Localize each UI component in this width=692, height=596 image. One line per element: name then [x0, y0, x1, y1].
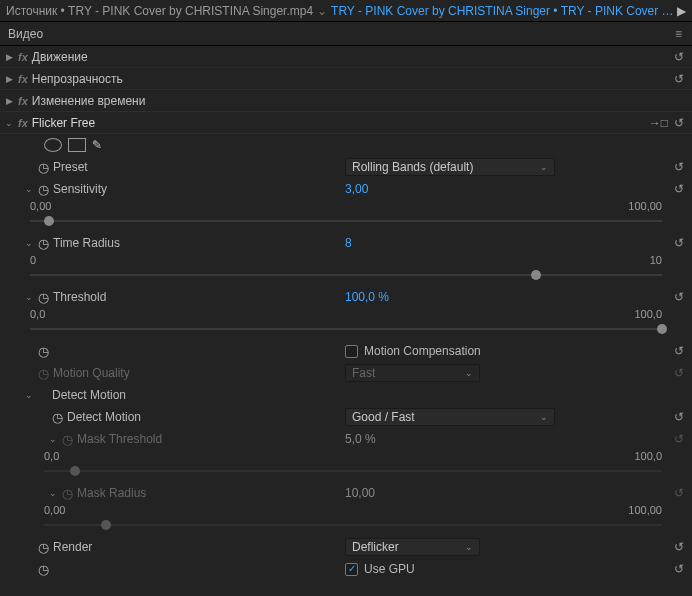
twisty-icon[interactable]: ⌄ [24, 238, 34, 248]
param-row-use-gpu: ◷ Use GPU ↺ [0, 558, 692, 580]
mask-pen-icon[interactable]: ✎ [92, 138, 102, 152]
dropdown-value: Deflicker [352, 540, 399, 554]
param-row-threshold: ⌄ ◷ Threshold 100,0 % ↺ [0, 286, 692, 308]
fx-badge-icon[interactable]: fx [18, 117, 28, 129]
twisty-icon[interactable]: ▶ [4, 96, 14, 106]
panel-menu-icon[interactable]: ≡ [675, 27, 682, 41]
param-value: 10,00 [345, 486, 375, 500]
preset-dropdown[interactable]: Rolling Bands (default) ⌄ [345, 158, 555, 176]
reset-icon[interactable]: ↺ [674, 160, 684, 174]
effect-row-opacity[interactable]: ▶ fx Непрозрачность ↺ [0, 68, 692, 90]
checkbox-label: Motion Compensation [364, 344, 481, 358]
effect-row-flicker-free[interactable]: ⌄ fx Flicker Free →□ ↺ [0, 112, 692, 134]
stopwatch-icon[interactable]: ◷ [38, 182, 49, 197]
chevron-down-icon: ⌄ [540, 162, 548, 172]
time-radius-slider[interactable] [30, 268, 662, 282]
param-row-motion-quality: ◷ Motion Quality Fast ⌄ ↺ [0, 362, 692, 384]
twisty-icon[interactable]: ⌄ [24, 184, 34, 194]
param-row-mask-threshold: ⌄ ◷ Mask Threshold 5,0 % ↺ [0, 428, 692, 450]
param-value[interactable]: 100,0 % [345, 290, 389, 304]
slider-range-labels: 0,00100,00 [0, 504, 692, 518]
reset-icon[interactable]: ↺ [674, 410, 684, 424]
reset-icon: ↺ [674, 366, 684, 380]
param-row-mask-radius: ⌄ ◷ Mask Radius 10,00 ↺ [0, 482, 692, 504]
fx-badge-icon[interactable]: fx [18, 51, 28, 63]
stopwatch-icon[interactable]: ◷ [38, 344, 49, 359]
dropdown-value: Good / Fast [352, 410, 415, 424]
reset-icon[interactable]: ↺ [674, 182, 684, 196]
param-label: Time Radius [53, 236, 120, 250]
slider-range-labels: 0,0100,0 [0, 308, 692, 322]
twisty-icon[interactable]: ⌄ [48, 434, 58, 444]
mask-radius-slider [44, 518, 662, 532]
stopwatch-icon[interactable]: ◷ [52, 410, 63, 425]
stopwatch-icon[interactable]: ◷ [38, 290, 49, 305]
reset-icon[interactable]: ↺ [674, 562, 684, 576]
mask-ellipse-icon[interactable] [44, 138, 62, 152]
reset-icon[interactable]: ↺ [674, 72, 692, 86]
effect-row-motion[interactable]: ▶ fx Движение ↺ [0, 46, 692, 68]
twisty-icon[interactable]: ▶ [4, 52, 14, 62]
effect-name: Изменение времени [32, 94, 146, 108]
twisty-icon[interactable]: ⌄ [24, 390, 34, 400]
chevron-down-icon[interactable]: ⌄ [317, 4, 327, 18]
effect-row-time-remap[interactable]: ▶ fx Изменение времени [0, 90, 692, 112]
slider-range-labels: 0,0100,0 [0, 450, 692, 464]
effect-name: Flicker Free [32, 116, 95, 130]
twisty-icon[interactable]: ▶ [4, 74, 14, 84]
reset-icon[interactable]: ↺ [674, 290, 684, 304]
source-label: Источник • TRY - PINK Cover by CHRISTINA… [6, 4, 313, 18]
detect-motion-dropdown[interactable]: Good / Fast ⌄ [345, 408, 555, 426]
chevron-down-icon: ⌄ [465, 368, 473, 378]
motion-quality-dropdown: Fast ⌄ [345, 364, 480, 382]
stopwatch-icon[interactable]: ◷ [38, 562, 49, 577]
param-label: Mask Threshold [77, 432, 162, 446]
mask-threshold-slider [44, 464, 662, 478]
stopwatch-icon[interactable]: ◷ [38, 236, 49, 251]
motion-comp-checkbox[interactable] [345, 345, 358, 358]
chevron-down-icon: ⌄ [540, 412, 548, 422]
param-row-render: ◷ Render Deflicker ⌄ ↺ [0, 536, 692, 558]
param-label: Threshold [53, 290, 106, 304]
param-label: Detect Motion [67, 410, 141, 424]
reset-icon[interactable]: ↺ [674, 116, 684, 130]
mask-rect-icon[interactable] [68, 138, 86, 152]
param-label: Sensitivity [53, 182, 107, 196]
param-value[interactable]: 3,00 [345, 182, 368, 196]
slider-range-labels: 010 [0, 254, 692, 268]
fx-badge-icon[interactable]: fx [18, 73, 28, 85]
param-label: Detect Motion [52, 388, 126, 402]
tab-active[interactable]: TRY - PINK Cover by CHRISTINA Singer • T… [331, 4, 677, 18]
param-label: Mask Radius [77, 486, 146, 500]
stopwatch-icon[interactable]: ◷ [38, 160, 49, 175]
twisty-icon[interactable]: ⌄ [48, 488, 58, 498]
reset-icon[interactable]: ↺ [674, 540, 684, 554]
settings-icon[interactable]: →□ [649, 116, 668, 130]
param-row-time-radius: ⌄ ◷ Time Radius 8 ↺ [0, 232, 692, 254]
use-gpu-checkbox[interactable] [345, 563, 358, 576]
fx-badge-icon[interactable]: fx [18, 95, 28, 107]
threshold-slider[interactable] [30, 322, 662, 336]
param-value: 5,0 % [345, 432, 376, 446]
dropdown-value: Fast [352, 366, 375, 380]
reset-icon[interactable]: ↺ [674, 236, 684, 250]
stopwatch-icon: ◷ [38, 366, 49, 381]
checkbox-label: Use GPU [364, 562, 415, 576]
sensitivity-slider[interactable] [30, 214, 662, 228]
twisty-icon[interactable]: ⌄ [24, 292, 34, 302]
stopwatch-icon: ◷ [62, 432, 73, 447]
reset-icon: ↺ [674, 432, 684, 446]
reset-icon[interactable]: ↺ [674, 344, 684, 358]
param-value[interactable]: 8 [345, 236, 352, 250]
effect-name: Движение [32, 50, 88, 64]
stopwatch-icon[interactable]: ◷ [38, 540, 49, 555]
header-bar: Источник • TRY - PINK Cover by CHRISTINA… [0, 0, 692, 22]
param-row-detect-motion: ◷ Detect Motion Good / Fast ⌄ ↺ [0, 406, 692, 428]
overflow-play-icon[interactable]: ▶ [677, 4, 686, 18]
param-row-motion-comp: ◷ Motion Compensation ↺ [0, 340, 692, 362]
render-dropdown[interactable]: Deflicker ⌄ [345, 538, 480, 556]
reset-icon: ↺ [674, 486, 684, 500]
category-label: Видео [8, 27, 43, 41]
reset-icon[interactable]: ↺ [674, 50, 692, 64]
twisty-icon[interactable]: ⌄ [4, 118, 14, 128]
